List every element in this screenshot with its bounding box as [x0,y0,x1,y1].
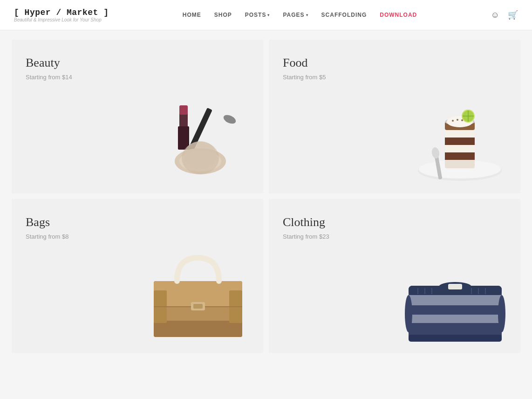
main-content: Beauty Starting from $14 [0,30,532,362]
logo: [ Hyper / Market ] Beautiful & Impressiv… [14,8,109,22]
svg-rect-31 [154,321,242,337]
svg-rect-38 [409,295,502,305]
svg-point-8 [184,141,217,169]
category-name-food: Food [283,56,506,70]
svg-rect-17 [445,160,475,168]
category-card-beauty[interactable]: Beauty Starting from $14 [12,40,263,193]
svg-rect-43 [448,284,462,289]
svg-rect-40 [409,315,502,323]
svg-point-25 [431,147,440,159]
svg-rect-1 [179,105,188,115]
category-name-beauty: Beauty [26,56,249,70]
nav-posts[interactable]: POSTS ▾ [245,12,270,18]
main-nav: HOME SHOP POSTS ▾ PAGES ▾ SCAFFOLDING DO… [183,12,417,18]
header: [ Hyper / Market ] Beautiful & Impressiv… [0,0,532,30]
nav-download[interactable]: DOWNLOAD [380,12,417,18]
posts-dropdown-icon: ▾ [267,13,270,17]
svg-point-27 [457,119,458,121]
beauty-product-image [151,84,254,189]
cart-icon[interactable]: 🛒 [508,10,518,20]
svg-point-52 [498,295,505,332]
nav-scaffolding[interactable]: SCAFFOLDING [321,12,367,18]
svg-rect-15 [445,145,475,152]
category-name-bags: Bags [26,215,249,229]
category-name-clothing: Clothing [283,215,506,229]
category-card-food[interactable]: Food Starting from $5 [269,40,520,193]
user-icon[interactable]: ☺ [491,10,499,20]
logo-title: [ Hyper / Market ] [14,8,109,17]
svg-rect-36 [193,304,203,309]
nav-home[interactable]: HOME [183,12,201,18]
pages-dropdown-icon: ▾ [306,13,308,17]
category-price-clothing: Starting from $23 [283,233,506,240]
header-icons: ☺ 🛒 [491,10,518,20]
svg-point-4 [222,113,237,125]
svg-point-28 [461,119,463,121]
clothing-product-image [399,244,511,348]
svg-rect-50 [409,335,502,342]
nav-shop[interactable]: SHOP [214,12,232,18]
svg-rect-14 [445,138,475,145]
food-product-image [409,80,511,189]
category-card-bags[interactable]: Bags Starting from $8 [12,199,263,353]
category-price-beauty: Starting from $14 [26,74,249,81]
svg-rect-2 [178,126,189,150]
svg-rect-39 [409,305,502,315]
svg-rect-16 [445,152,475,160]
svg-rect-13 [445,130,475,138]
category-grid: Beauty Starting from $14 [12,40,520,353]
category-card-clothing[interactable]: Clothing Starting from $23 [269,199,520,353]
logo-subtitle: Beautiful & Impressive Look for Your Sho… [14,17,109,22]
nav-pages[interactable]: PAGES ▾ [283,12,308,18]
category-price-bags: Starting from $8 [26,233,249,240]
svg-point-51 [405,295,412,332]
bags-product-image [142,244,254,348]
svg-point-26 [452,120,454,122]
